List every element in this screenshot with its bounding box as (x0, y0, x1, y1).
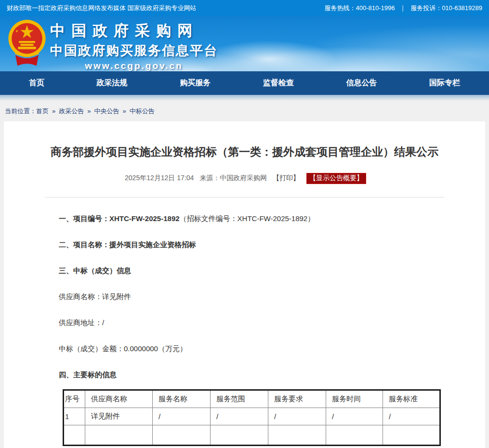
table-cell (268, 425, 326, 446)
article-paragraph-2: 二、项目名称：援外项目实施企业资格招标 (59, 240, 440, 250)
national-emblem-icon (6, 19, 48, 68)
table-cell (64, 425, 85, 446)
table-cell (85, 425, 153, 446)
table-row-2 (64, 425, 440, 446)
nav-item-4[interactable]: 监督检查 (263, 78, 294, 88)
topbar-separator: ｜ (399, 4, 406, 13)
table-cell: 1 (64, 408, 85, 425)
article-paragraph-1: 一、项目编号：XHTC-FW-2025-1892（招标文件编号：XHTC-FW-… (59, 214, 440, 224)
table-cell: / (383, 408, 440, 425)
table-cell: / (268, 408, 326, 425)
article-body: 一、项目编号：XHTC-FW-2025-1892（招标文件编号：XHTC-FW-… (59, 214, 440, 446)
table-cell: / (211, 408, 268, 425)
table-row-1: 1详见附件///// (64, 408, 440, 425)
article-title: 商务部援外项目实施企业资格招标（第一类：援外成套项目管理企业）结果公示 (4, 121, 485, 159)
article-paragraph-5: 供应商地址：/ (59, 318, 440, 328)
bid-info-table: 序号供应商名称服务名称服务范围服务要求服务时间服务标准1详见附件///// (63, 389, 441, 446)
table-header-cell: 服务名称 (153, 390, 211, 408)
site-name: 中国政府采购网 (50, 21, 218, 41)
table-cell: 详见附件 (85, 408, 153, 425)
table-cell: / (326, 408, 383, 425)
meta-divider (45, 197, 444, 198)
main-nav: 首页政采法规购买服务监督检查信息公告国际专栏 (0, 71, 489, 95)
table-cell: / (153, 408, 211, 425)
nav-item-5[interactable]: 信息公告 (346, 78, 377, 88)
nav-item-1[interactable]: 首页 (29, 78, 44, 88)
breadcrumb-separator: » (52, 107, 55, 115)
article-paragraph-7: 四、主要标的信息 (59, 370, 440, 380)
breadcrumb-separator: » (122, 107, 126, 115)
breadcrumb-separator: » (87, 107, 91, 115)
table-header-cell: 服务时间 (326, 390, 383, 408)
paragraph-list: 一、项目编号：XHTC-FW-2025-1892（招标文件编号：XHTC-FW-… (59, 214, 440, 380)
breadcrumb-item-4[interactable]: 中标公告 (130, 107, 155, 115)
service-complaint: 服务投诉：010-63819289 (410, 4, 482, 13)
nav-item-2[interactable]: 政采法规 (97, 78, 128, 88)
breadcrumb-item-3[interactable]: 中央公告 (94, 107, 119, 115)
nav-item-6[interactable]: 国际专栏 (429, 78, 460, 88)
print-button[interactable]: 【打印】 (273, 174, 300, 182)
site-subtitle: 中国政府购买服务信息平台 (50, 42, 218, 59)
table-header-cell: 序号 (64, 390, 85, 408)
table-header-row: 序号供应商名称服务名称服务范围服务要求服务时间服务标准 (64, 390, 440, 408)
banner-text: 中国政府采购网 中国政府购买服务信息平台 www.ccgp.gov.cn (50, 21, 218, 71)
breadcrumb-label: 当前位置： (5, 107, 36, 115)
topbar-contacts: 服务热线：400-810-1996 ｜ 服务投诉：010-63819289 (324, 4, 482, 13)
publish-date: 2025年12月12日 17:04 (125, 174, 194, 182)
show-summary-button[interactable]: 【显示公告概要】 (306, 173, 366, 184)
article-meta: 2025年12月12日 17:04 来源：中国政府采购网 【打印】 【显示公告概… (4, 173, 485, 184)
breadcrumb: 当前位置：首页»政采公告»中央公告»中标公告 (5, 102, 489, 120)
nav-item-3[interactable]: 购买服务 (180, 78, 211, 88)
site-banner: 中国政府采购网 中国政府购买服务信息平台 www.ccgp.gov.cn (0, 16, 489, 71)
topbar-slogan: 财政部唯一指定政府采购信息网络发布媒体 国家级政府采购专业网站 (7, 4, 197, 13)
breadcrumb-band: 当前位置：首页»政采公告»中央公告»中标公告 (0, 95, 489, 121)
article-source: 来源：中国政府采购网 (199, 174, 267, 182)
site-url: www.ccgp.gov.cn (50, 61, 218, 71)
breadcrumb-item-1[interactable]: 首页 (36, 107, 49, 115)
breadcrumb-item-2[interactable]: 政采公告 (59, 107, 84, 115)
table-header-cell: 供应商名称 (85, 390, 153, 408)
article-paragraph-4: 供应商名称：详见附件 (59, 292, 440, 302)
article-content: 商务部援外项目实施企业资格招标（第一类：援外成套项目管理企业）结果公示 2025… (4, 121, 485, 448)
service-hotline: 服务热线：400-810-1996 (324, 4, 395, 13)
topbar: 财政部唯一指定政府采购信息网络发布媒体 国家级政府采购专业网站 服务热线：400… (0, 0, 489, 16)
table-cell (211, 425, 268, 446)
table-header-cell: 服务要求 (268, 390, 326, 408)
table-cell (153, 425, 211, 446)
table-header-cell: 服务范围 (211, 390, 268, 408)
table-cell (383, 425, 440, 446)
table-header-cell: 服务标准 (383, 390, 440, 408)
article-paragraph-6: 中标（成交）金额：0.0000000（万元） (59, 344, 440, 354)
table-cell (326, 425, 383, 446)
article-paragraph-3: 三、中标（成交）信息 (59, 266, 440, 276)
